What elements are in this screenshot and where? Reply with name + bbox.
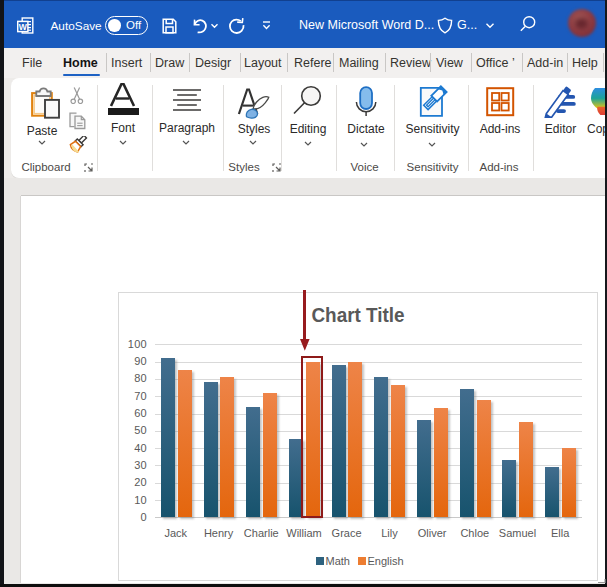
svg-text:W: W xyxy=(19,22,28,32)
